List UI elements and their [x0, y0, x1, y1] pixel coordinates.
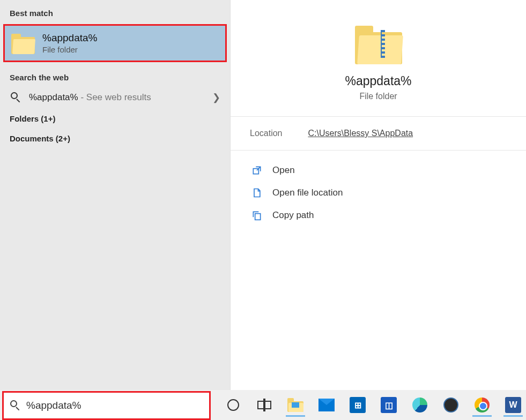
preview-subtitle: File folder — [359, 92, 397, 101]
preview-title: %appdata% — [345, 74, 411, 88]
open-location-action[interactable]: Open file location — [247, 184, 510, 202]
mail-icon — [318, 399, 335, 411]
file-explorer-icon — [287, 398, 303, 412]
start-search-window: Best match %appdata% File folder Search … — [0, 0, 526, 420]
copy-path-action[interactable]: Copy path — [247, 206, 510, 224]
svg-rect-1 — [255, 214, 261, 220]
preview-panel: %appdata% File folder Location C:\Users\… — [231, 0, 526, 390]
folders-category[interactable]: Folders (1+) — [0, 109, 230, 129]
location-link[interactable]: C:\Users\Blessy S\AppData — [308, 129, 413, 138]
dell-icon — [443, 398, 458, 412]
task-view-button[interactable] — [251, 393, 277, 417]
taskbar-area: ⊞ ◫ — [0, 390, 526, 420]
search-web-text: %appdata% - See web results — [29, 92, 151, 103]
word-icon — [505, 397, 521, 413]
open-label: Open — [272, 165, 295, 176]
app-taskbar-1[interactable]: ⊞ — [345, 393, 371, 417]
open-action[interactable]: Open — [247, 161, 510, 179]
cortana-button[interactable] — [220, 393, 246, 417]
copy-path-label: Copy path — [272, 210, 314, 221]
main-area: Best match %appdata% File folder Search … — [0, 0, 526, 390]
actions-list: Open Open file location — [231, 151, 526, 235]
dell-taskbar[interactable] — [438, 393, 464, 417]
taskbar-search-box[interactable] — [2, 391, 211, 420]
search-web-row[interactable]: %appdata% - See web results ❯ — [0, 86, 230, 109]
app-taskbar-2[interactable]: ◫ — [376, 393, 402, 417]
cortana-icon — [227, 399, 239, 411]
taskbar: ⊞ ◫ — [211, 390, 526, 420]
search-icon — [10, 92, 21, 103]
chrome-taskbar[interactable] — [469, 393, 495, 417]
word-taskbar[interactable] — [500, 393, 526, 417]
open-icon — [251, 164, 263, 176]
edge-icon — [412, 398, 427, 412]
app-icon: ◫ — [381, 397, 397, 413]
open-location-icon — [251, 187, 263, 199]
open-location-label: Open file location — [272, 188, 343, 198]
best-match-title: %appdata% — [42, 32, 97, 44]
best-match-subtitle: File folder — [42, 45, 97, 54]
app-icon: ⊞ — [350, 397, 366, 413]
task-view-icon — [257, 400, 271, 410]
chevron-right-icon: ❯ — [212, 92, 220, 103]
mail-taskbar[interactable] — [314, 393, 339, 417]
web-query: %appdata% — [29, 92, 78, 102]
folder-icon — [11, 33, 35, 54]
preview-header: %appdata% File folder — [231, 0, 526, 117]
best-match-heading: Best match — [0, 3, 230, 22]
chrome-icon — [475, 398, 490, 412]
location-label: Location — [250, 129, 283, 138]
file-explorer-taskbar[interactable] — [283, 393, 308, 417]
documents-category[interactable]: Documents (2+) — [0, 129, 230, 148]
folder-icon — [355, 22, 402, 64]
search-input[interactable] — [26, 400, 204, 411]
location-row: Location C:\Users\Blessy S\AppData — [231, 117, 526, 151]
best-match-result[interactable]: %appdata% File folder — [3, 24, 227, 62]
results-panel: Best match %appdata% File folder Search … — [0, 0, 231, 390]
best-match-text: %appdata% File folder — [42, 32, 97, 54]
edge-taskbar[interactable] — [407, 393, 433, 417]
copy-icon — [251, 209, 263, 221]
search-icon — [9, 400, 21, 411]
web-suffix: - See web results — [78, 92, 151, 102]
search-web-heading: Search the web — [0, 68, 230, 86]
